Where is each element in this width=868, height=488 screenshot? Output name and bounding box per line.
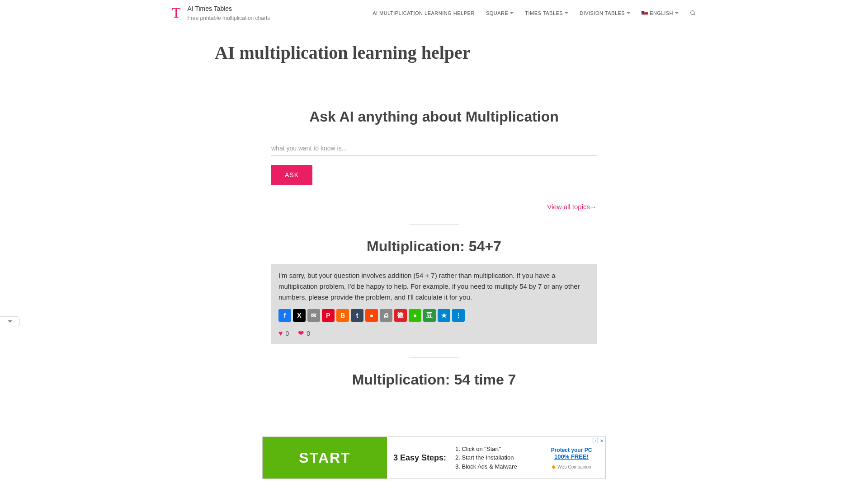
nav-square[interactable]: SQUARE bbox=[486, 10, 514, 16]
weibo-icon[interactable]: 微 bbox=[394, 309, 407, 322]
svg-line-1 bbox=[694, 14, 695, 15]
facebook-icon[interactable]: f bbox=[278, 309, 291, 322]
main-nav: AI MULTIPLICATION LEARNING HELPER SQUARE… bbox=[373, 10, 696, 16]
chevron-down-icon bbox=[565, 12, 568, 14]
divider bbox=[409, 224, 459, 225]
chevron-down-icon bbox=[627, 12, 630, 14]
blogger-icon[interactable]: B bbox=[336, 309, 349, 322]
logo-text-block: AI Times Tables Free printable multiplic… bbox=[188, 5, 270, 21]
topic-2-title: Multiplication: 54 time 7 bbox=[271, 371, 597, 388]
chevron-down-icon bbox=[510, 12, 514, 14]
view-all-topics-link[interactable]: View all topics→ bbox=[271, 203, 597, 211]
nav-times[interactable]: TIMES TABLES bbox=[525, 10, 568, 16]
answer-box: I'm sorry, but your question involves ad… bbox=[271, 264, 597, 344]
print-icon[interactable]: ⎙ bbox=[380, 309, 392, 322]
qzone-icon[interactable]: ★ bbox=[438, 309, 450, 322]
nav-language-label: ENGLISH bbox=[650, 10, 673, 16]
nav-division-label: DIVISION TABLES bbox=[580, 10, 625, 16]
divider bbox=[409, 357, 459, 358]
pinterest-icon[interactable]: P bbox=[322, 309, 335, 322]
site-header: T AI Times Tables Free printable multipl… bbox=[0, 0, 868, 26]
ask-button[interactable]: ASK bbox=[271, 165, 312, 185]
site-title: AI Times Tables bbox=[188, 5, 270, 12]
like-reaction[interactable]: ♥ 0 bbox=[278, 329, 289, 338]
answer-text: I'm sorry, but your question involves ad… bbox=[278, 270, 590, 303]
chevron-down-icon bbox=[675, 12, 679, 14]
share-row: f X ✉ P B t ● ⎙ 微 ● 豆 ★ ⋮ bbox=[278, 309, 590, 322]
nav-times-label: TIMES TABLES bbox=[525, 10, 563, 16]
chevron-down-icon bbox=[8, 320, 12, 323]
logo-area[interactable]: T AI Times Tables Free printable multipl… bbox=[172, 5, 270, 21]
email-icon[interactable]: ✉ bbox=[307, 309, 320, 322]
topic-1-title: Multiplication: 54+7 bbox=[271, 238, 597, 255]
love-count: 0 bbox=[307, 330, 310, 337]
ask-input[interactable] bbox=[271, 141, 597, 156]
nav-square-label: SQUARE bbox=[486, 10, 508, 16]
page-title: AI multiplication learning helper bbox=[215, 42, 597, 63]
collapse-tab[interactable] bbox=[0, 316, 20, 326]
logo-icon: T bbox=[172, 5, 181, 21]
nav-helper[interactable]: AI MULTIPLICATION LEARNING HELPER bbox=[373, 10, 475, 16]
reactions-row: ♥ 0 ❤ 0 bbox=[278, 329, 590, 338]
us-flag-icon bbox=[642, 11, 648, 15]
search-icon[interactable] bbox=[690, 10, 696, 16]
svg-point-0 bbox=[691, 10, 694, 14]
main-content: AI multiplication learning helper Ask AI… bbox=[262, 42, 606, 388]
share-icon[interactable]: ⋮ bbox=[452, 309, 465, 322]
reddit-icon[interactable]: ● bbox=[365, 309, 378, 322]
nav-division[interactable]: DIVISION TABLES bbox=[580, 10, 630, 16]
nav-language[interactable]: ENGLISH bbox=[642, 10, 679, 16]
header-inner: T AI Times Tables Free printable multipl… bbox=[163, 5, 705, 21]
douban-icon[interactable]: 豆 bbox=[423, 309, 436, 322]
tumblr-icon[interactable]: t bbox=[351, 309, 363, 322]
heart-icon: ♥ bbox=[278, 329, 283, 338]
like-count: 0 bbox=[286, 330, 289, 337]
love-reaction[interactable]: ❤ 0 bbox=[298, 329, 310, 338]
ask-heading: Ask AI anything about Multiplication bbox=[271, 108, 597, 125]
site-tagline: Free printable multiplication charts bbox=[188, 15, 270, 21]
wechat-icon[interactable]: ● bbox=[409, 309, 421, 322]
x-twitter-icon[interactable]: X bbox=[293, 309, 306, 322]
heartbeat-icon: ❤ bbox=[298, 329, 304, 338]
